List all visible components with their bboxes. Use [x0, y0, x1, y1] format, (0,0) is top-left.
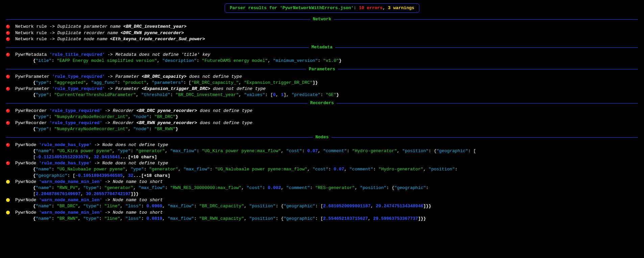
error-icon [6, 121, 10, 125]
json-num: 30.26557704742197 [86, 191, 131, 196]
nodes-json-1b: [-0.11214053512293576, 32.9415841...[+10… [33, 154, 638, 160]
nodes-msg-3: PywrNode 'warn_node_name_min_len' -> Nod… [15, 179, 638, 185]
json-key: "max_flow" [168, 204, 194, 209]
comma: , [120, 216, 126, 221]
brace: : { [276, 204, 283, 209]
json-num: 0.0819 [147, 216, 163, 221]
brace: : { [276, 216, 283, 221]
json-key: "node" [133, 114, 149, 119]
section-label-recorders: Recorders [307, 100, 337, 106]
json-num: 29.247475134348946 [376, 204, 423, 209]
comma: , [165, 148, 170, 154]
json-key: "ype" [118, 148, 131, 154]
json-key: "ype" [36, 126, 49, 132]
msg-arrow: -> [92, 142, 102, 147]
json-val: "Hydro-generator" [352, 148, 397, 154]
json-val: "BR_DRC_capacity" [199, 204, 244, 209]
colon: : [197, 58, 202, 63]
json-key: "name" [36, 216, 52, 221]
nodes-msg-2: PywrNode 'rule_node_has_type' -> Node do… [15, 160, 638, 166]
metadata-row-1: PywrMetadata 'rule_title_required' -> Me… [6, 52, 638, 58]
json-key: "max_flow" [170, 148, 197, 154]
json-key: "comment" [349, 167, 373, 172]
json-key: "cost" [247, 185, 263, 190]
msg-class: PywrRecorder [15, 120, 49, 125]
colon: : [149, 126, 154, 132]
section-line [6, 47, 309, 48]
parameters-row-1: PywrParameter 'rule_type_required' -> Pa… [6, 74, 638, 80]
parser-header: Parser results for 'PywrNetworkWithError… [6, 3, 638, 14]
json-val: "line" [104, 216, 120, 221]
comma: , [136, 92, 141, 97]
msg-prefix: Network rule -> [15, 37, 57, 42]
colon: : [426, 185, 429, 190]
comma: , [123, 173, 128, 178]
colon: : [302, 148, 307, 154]
comma: , [178, 167, 183, 172]
json-key: "loss" [125, 216, 141, 221]
json-key: "max_flow" [168, 216, 194, 221]
colon: : [318, 58, 323, 63]
colon: : [52, 58, 57, 63]
colon: : [149, 114, 154, 119]
colon: : [210, 167, 215, 172]
msg-text: Duplicate node name [57, 37, 110, 42]
comma: , [268, 58, 273, 63]
json-val: "RWN_PV" [57, 185, 78, 190]
comma: , [397, 148, 402, 154]
msg-text: Metadata does not define 'title' key [115, 52, 210, 57]
colon: : [194, 204, 199, 209]
header-prefix: Parser results for [230, 5, 280, 10]
section-nodes: Nodes [6, 134, 638, 140]
json-val: "BR_DRC_capacity_" [191, 80, 239, 85]
colon: : [320, 92, 326, 97]
msg-rule: 'rule_title_required' [49, 52, 105, 57]
json-num: -0.105189439546585 [75, 173, 123, 178]
json-key: "predicate" [292, 92, 321, 97]
msg-text: Node name too short [113, 210, 163, 215]
network-msg-3: Network rule -> Duplicate node name <Eth… [15, 36, 638, 42]
json-val: "product" [123, 80, 146, 85]
msg-token: <Eth_keyna_trade_recorder_Sud_power> [110, 37, 205, 42]
msg-prefix: Network rule -> [15, 24, 57, 29]
comma: , [423, 167, 429, 172]
warning-icon [6, 198, 10, 202]
section-line [6, 137, 313, 138]
msg-token: <BR_DRC_investment_year> [123, 24, 187, 29]
json-key: "agg_func" [91, 80, 118, 85]
bracket: : [ [315, 216, 323, 221]
error-icon [6, 109, 10, 113]
json-key: "name" [36, 167, 52, 172]
msg-arrow: -> [92, 161, 102, 166]
comma: , [307, 167, 313, 172]
json-key: "node" [133, 126, 149, 132]
parser-header-box: Parser results for 'PywrNetworkWithError… [225, 3, 419, 13]
comma: , [157, 58, 163, 63]
section-line [6, 103, 307, 103]
parameters-row-2: PywrParameter 'rule_type_required' -> Pa… [6, 86, 638, 92]
header-sep2: , [382, 5, 388, 10]
json-key: "comment" [323, 148, 347, 154]
json-key: "description" [162, 58, 196, 63]
msg-rule: 'rule_type_required' [52, 74, 105, 79]
json-key: "name" [36, 185, 52, 190]
comma: , [244, 216, 249, 221]
json-num: -0.11214053512293576 [36, 155, 89, 160]
msg-text: Recorder [113, 108, 137, 113]
json-key: "geographic" [36, 173, 68, 178]
nodes-msg-1: PywrNode 'rule_node_has_type' -> Node do… [15, 142, 638, 148]
json-key: "values" [244, 92, 265, 97]
msg-token: <BR_DRC_capacity> [142, 74, 187, 79]
brace: { [33, 58, 36, 63]
brace: { [33, 185, 36, 190]
json-val: "BR_RWN_capacity" [199, 216, 244, 221]
colon: : [170, 92, 176, 97]
msg-rule: 'rule_type_required' [49, 108, 102, 113]
nodes-json-3b: [2.204878676149697, 30.26557704742197]}} [33, 191, 638, 197]
json-key: "geographic" [283, 216, 315, 221]
comma: , [318, 148, 323, 154]
comma: , [239, 80, 244, 85]
json-key: "minimum_version" [273, 58, 318, 63]
msg-prefix: Network rule -> [15, 30, 57, 36]
error-icon [6, 75, 10, 78]
